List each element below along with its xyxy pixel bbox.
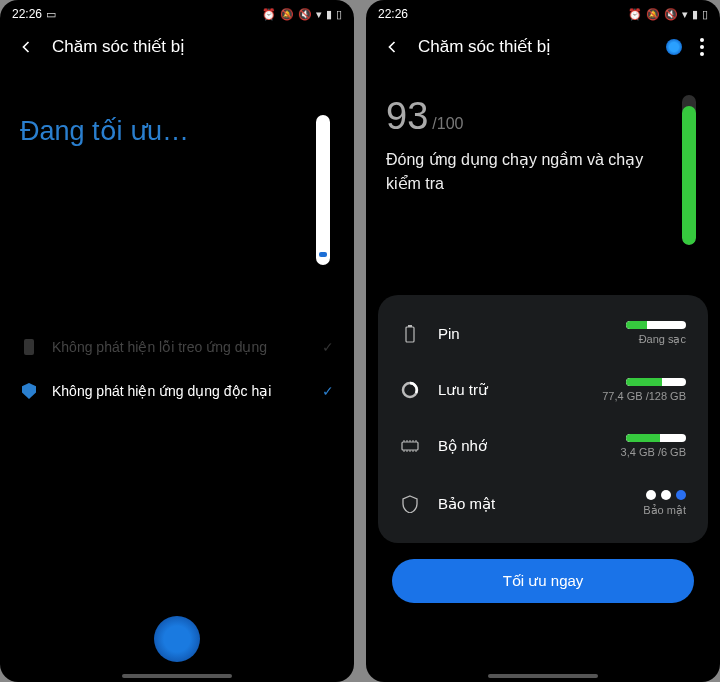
status-bar: 22:26 ▭ ⏰ 🔕 🔇 ▾ ▮ ▯: [0, 0, 354, 28]
memory-bar: [626, 434, 686, 442]
scan-orb[interactable]: [154, 616, 200, 662]
alarm-icon: ⏰: [628, 8, 642, 21]
app-header: Chăm sóc thiết bị: [0, 28, 354, 65]
battery-status-icon: ▯: [336, 8, 342, 21]
hero-section: 93/100 Đóng ứng dụng chạy ngầm và chạy k…: [366, 65, 720, 245]
scan-item-crash: Không phát hiện lỗi treo ứng dụng ✓: [20, 325, 334, 369]
shield-icon: [400, 495, 420, 513]
optimize-status-text: Đang tối ưu…: [20, 115, 304, 265]
row-label: Pin: [438, 325, 608, 342]
svg-rect-0: [406, 327, 414, 342]
scan-item-malware: Không phát hiện ứng dụng độc hại ✓: [20, 369, 334, 413]
tips-icon[interactable]: [666, 39, 682, 55]
memory-meta: 3,4 GB /6 GB: [621, 446, 686, 458]
media-icon: ▭: [46, 8, 56, 21]
svg-rect-3: [402, 442, 418, 450]
row-security[interactable]: Bảo mật Bảo mật: [378, 474, 708, 533]
score-bar: [682, 95, 696, 245]
check-icon: ✓: [322, 383, 334, 399]
vibrate-icon: 🔕: [280, 8, 294, 21]
storage-meta: 77,4 GB /128 GB: [602, 390, 686, 402]
battery-meta: Đang sạc: [626, 333, 686, 346]
page-title: Chăm sóc thiết bị: [52, 36, 338, 57]
score-subtitle: Đóng ứng dụng chạy ngầm và chạy kiểm tra: [386, 148, 670, 196]
storage-bar: [626, 378, 686, 386]
progress-marker: [319, 252, 327, 257]
storage-icon: [400, 381, 420, 399]
row-label: Bộ nhớ: [438, 437, 603, 455]
battery-status-icon: ▯: [702, 8, 708, 21]
mute-icon: 🔇: [664, 8, 678, 21]
battery-icon: [20, 339, 38, 355]
mute-icon: 🔇: [298, 8, 312, 21]
vibrate-icon: 🔕: [646, 8, 660, 21]
back-button[interactable]: [382, 37, 402, 57]
signal-icon: ▮: [326, 8, 332, 21]
row-storage[interactable]: Lưu trữ 77,4 GB /128 GB: [378, 362, 708, 418]
status-bar: 22:26 ⏰ 🔕 🔇 ▾ ▮ ▯: [366, 0, 720, 28]
nav-handle[interactable]: [488, 674, 598, 678]
svg-rect-1: [408, 325, 412, 327]
check-icon: ✓: [322, 339, 334, 355]
score-max: /100: [432, 115, 463, 132]
wifi-icon: ▾: [682, 8, 688, 21]
score-fill: [682, 106, 696, 246]
shield-icon: [20, 383, 38, 399]
row-memory[interactable]: Bộ nhớ 3,4 GB /6 GB: [378, 418, 708, 474]
row-label: Bảo mật: [438, 495, 625, 513]
scan-results-list: Không phát hiện lỗi treo ứng dụng ✓ Khôn…: [0, 325, 354, 413]
screen-right: 22:26 ⏰ 🔕 🔇 ▾ ▮ ▯ Chăm sóc thiết bị 93/1…: [366, 0, 720, 682]
optimize-now-button[interactable]: Tối ưu ngay: [392, 559, 694, 603]
nav-handle[interactable]: [122, 674, 232, 678]
security-meta: Bảo mật: [643, 504, 686, 517]
battery-bar: [626, 321, 686, 329]
screen-left: 22:26 ▭ ⏰ 🔕 🔇 ▾ ▮ ▯ Chăm sóc thiết bị Đa…: [0, 0, 354, 682]
back-button[interactable]: [16, 37, 36, 57]
more-menu-button[interactable]: [700, 38, 704, 56]
status-time: 22:26: [378, 7, 408, 21]
hero-section: Đang tối ưu…: [0, 65, 354, 265]
battery-icon: [400, 325, 420, 343]
status-tray: ⏰ 🔕 🔇 ▾ ▮ ▯: [262, 8, 342, 21]
progress-track: [316, 115, 330, 265]
scan-text: Không phát hiện lỗi treo ứng dụng: [52, 339, 308, 355]
scan-text: Không phát hiện ứng dụng độc hại: [52, 383, 308, 399]
security-dots: [643, 490, 686, 500]
score-value: 93: [386, 95, 428, 138]
status-time: 22:26: [12, 7, 42, 21]
status-tray: ⏰ 🔕 🔇 ▾ ▮ ▯: [628, 8, 708, 21]
row-battery[interactable]: Pin Đang sạc: [378, 305, 708, 362]
page-title: Chăm sóc thiết bị: [418, 36, 650, 57]
memory-icon: [400, 439, 420, 453]
status-card: Pin Đang sạc Lưu trữ 77,4 GB /128 GB Bộ …: [378, 295, 708, 543]
app-header: Chăm sóc thiết bị: [366, 28, 720, 65]
signal-icon: ▮: [692, 8, 698, 21]
alarm-icon: ⏰: [262, 8, 276, 21]
wifi-icon: ▾: [316, 8, 322, 21]
row-label: Lưu trữ: [438, 381, 584, 399]
